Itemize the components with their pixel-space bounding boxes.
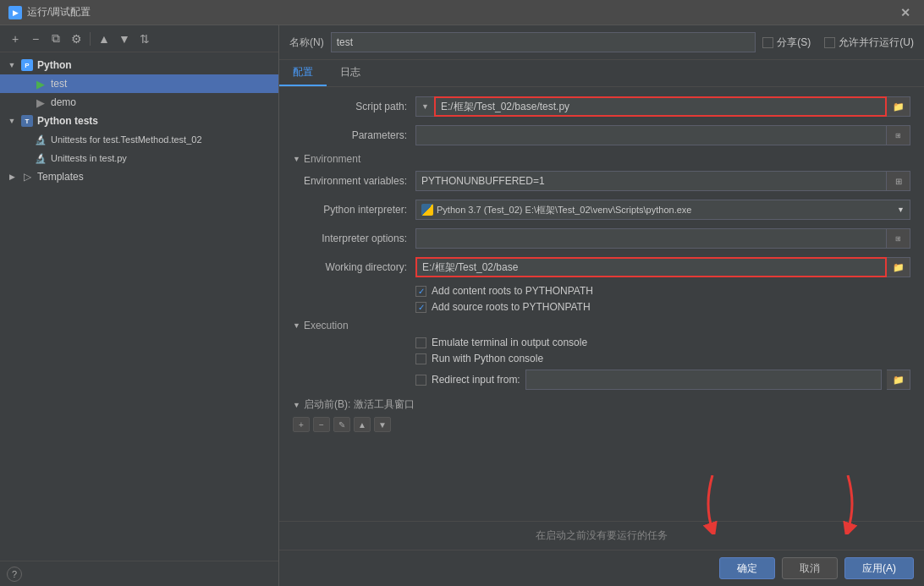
before-launch-header: ▼ 启动前(B): 激活工具窗口 [293,397,910,412]
sort-button[interactable]: ⇅ [136,30,153,47]
config-header: 名称(N) 分享(S) 允许并行运行(U) [279,25,924,60]
tree-item-test-label: test [51,78,67,90]
parameters-browse-btn[interactable]: ⊞ [887,125,910,145]
env-arrow: ▼ [293,155,300,163]
tree-item-unittest1[interactable]: 🔬 Unittests for test.TestMethod.test_02 [0,130,278,149]
tree-item-test[interactable]: ▶ test [0,74,278,93]
title-bar-left: ▶ 运行/调试配置 [8,5,91,19]
working-dir-label: Working directory: [293,261,415,273]
name-input[interactable] [331,32,756,52]
templates-icon: ▷ [20,170,34,183]
python-tests-label: Python tests [37,115,98,127]
emulate-terminal-row: Emulate terminal in output console [293,337,910,348]
before-launch-edit-btn[interactable]: ✎ [333,417,350,432]
tab-config[interactable]: 配置 [279,60,327,86]
header-right: 分享(S) 允许并行运行(U) [762,36,914,50]
templates-label: Templates [37,171,84,183]
empty-message-row: 在启动之前没有要运行的任务 [279,521,924,550]
tree-item-unittest1-label: Unittests for test.TestMethod.test_02 [51,134,202,145]
before-launch-toolbar: + − ✎ ▲ ▼ [293,417,910,432]
settings-button[interactable]: ⚙ [68,30,85,47]
app-icon: ▶ [8,6,22,19]
env-vars-field: ⊞ [415,171,910,191]
tab-log[interactable]: 日志 [327,60,374,86]
tree-item-unittest2-label: Unittests in test.py [51,153,127,163]
add-content-roots-label: Add content roots to PYTHONPATH [432,285,593,297]
run-python-console-row: Run with Python console [293,353,910,364]
working-dir-field: 📁 [415,257,910,277]
before-launch-down-btn[interactable]: ▼ [374,417,391,432]
tabs-bar: 配置 日志 [279,60,924,87]
redirect-input-checkbox[interactable] [415,375,426,386]
close-button[interactable]: ✕ [895,4,916,21]
script-path-field: ▼ 📁 [415,96,910,117]
execution-label: Execution [304,320,349,331]
window-title: 运行/调试配置 [27,5,91,19]
action-buttons: 确定 取消 应用(A) [279,550,924,586]
demo-arrow-placeholder [20,97,30,107]
tree-item-unittest2[interactable]: 🔬 Unittests in test.py [0,149,278,167]
unittest1-arrow-placeholder [20,134,30,145]
copy-config-button[interactable]: ⧉ [47,30,64,47]
config-content: Script path: ▼ 📁 Parameters: ⊞ [279,87,924,521]
move-up-button[interactable]: ▲ [96,30,113,47]
working-dir-input[interactable] [415,257,887,277]
share-checkbox-label[interactable]: 分享(S) [762,36,811,50]
interpreter-text: Python 3.7 (Test_02) E:\框架\Test_02\venv\… [437,204,691,216]
help-button[interactable]: ? [7,567,22,582]
add-content-roots-row: Add content roots to PYTHONPATH [293,285,910,297]
remove-config-button[interactable]: − [27,30,44,47]
run-python-console-checkbox[interactable] [415,353,426,364]
toolbar-separator [90,32,91,46]
interpreter-value: Python 3.7 (Test_02) E:\框架\Test_02\venv\… [421,204,691,216]
empty-message: 在启动之前没有要运行的任务 [536,528,668,543]
interpreter-options-input[interactable] [415,228,887,249]
parallel-label: 允许并行运行(U) [839,36,914,50]
env-vars-label: Environment variables: [293,175,415,187]
script-path-row: Script path: ▼ 📁 [293,96,910,118]
before-launch-up-btn[interactable]: ▲ [354,417,371,432]
emulate-terminal-checkbox[interactable] [415,337,426,348]
tree-group-templates[interactable]: ▶ ▷ Templates [0,167,278,186]
python-group-arrow: ▼ [7,60,17,70]
redirect-input-field[interactable] [525,370,882,390]
interpreter-select-box[interactable]: Python 3.7 (Test_02) E:\框架\Test_02\venv\… [415,200,910,220]
interpreter-options-label: Interpreter options: [293,233,415,244]
script-path-browse-btn[interactable]: 📁 [887,96,910,117]
confirm-button[interactable]: 确定 [719,557,775,579]
add-content-roots-checkbox[interactable] [415,286,426,297]
config-tree: ▼ P Python ▶ test ▶ demo [0,52,278,561]
env-vars-input[interactable] [415,171,887,191]
cancel-button[interactable]: 取消 [782,557,838,579]
before-launch-add-btn[interactable]: + [293,417,310,432]
unittest2-arrow-placeholder [20,153,30,163]
tree-item-demo[interactable]: ▶ demo [0,93,278,112]
demo-run-icon: ▶ [34,96,47,109]
before-launch-remove-btn[interactable]: − [313,417,330,432]
move-down-button[interactable]: ▼ [116,30,133,47]
before-launch-section: ▼ 启动前(B): 激活工具窗口 + − ✎ ▲ ▼ [293,397,910,432]
env-vars-row: Environment variables: ⊞ [293,170,910,192]
test-arrow-placeholder [20,79,30,89]
script-path-input[interactable] [434,96,887,117]
add-source-roots-checkbox[interactable] [415,302,426,313]
working-dir-browse-btn[interactable]: 📁 [887,257,910,277]
parallel-checkbox-label[interactable]: 允许并行运行(U) [824,36,914,50]
right-panel: 名称(N) 分享(S) 允许并行运行(U) 配置 日志 [279,25,924,586]
script-path-type-btn[interactable]: ▼ [415,96,434,117]
interpreter-options-browse-btn[interactable]: ⊞ [887,228,910,249]
add-config-button[interactable]: + [7,30,24,47]
apply-button[interactable]: 应用(A) [844,557,914,579]
left-bottom: ? [0,561,278,586]
tree-group-python[interactable]: ▼ P Python [0,56,278,74]
parameters-input[interactable] [415,125,887,145]
env-vars-browse-btn[interactable]: ⊞ [887,171,910,191]
interpreter-select: Python 3.7 (Test_02) E:\框架\Test_02\venv\… [415,200,910,220]
tree-group-python-tests[interactable]: ▼ T Python tests [0,112,278,130]
script-path-label: Script path: [293,101,415,112]
title-bar: ▶ 运行/调试配置 ✕ [0,0,924,25]
redirect-input-browse-btn[interactable]: 📁 [887,370,910,390]
parallel-checkbox[interactable] [824,37,835,48]
share-checkbox[interactable] [762,37,773,48]
left-panel: + − ⧉ ⚙ ▲ ▼ ⇅ ▼ P Python ▶ [0,25,279,586]
